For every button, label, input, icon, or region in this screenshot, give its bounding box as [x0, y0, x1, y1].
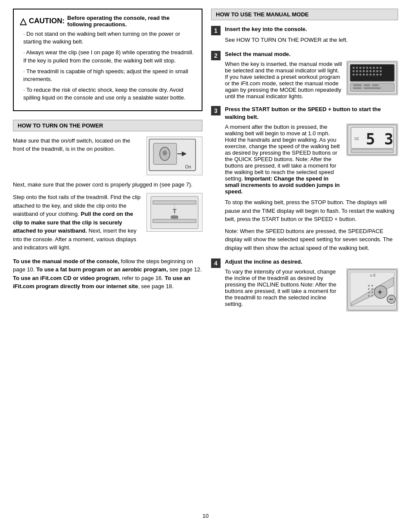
svg-text:u  E: u E [370, 273, 376, 277]
step-2-with-image: When the key is inserted, the manual mod… [225, 61, 398, 100]
step-3-title: Press the START button or the SPEED + bu… [225, 106, 398, 121]
console-illustration [346, 61, 398, 95]
svg-text:+: + [378, 288, 382, 296]
svg-point-29 [373, 70, 375, 72]
svg-text:5 3: 5 3 [366, 130, 393, 148]
step-3-number: 3 [211, 106, 221, 115]
step-2-number: 2 [211, 51, 221, 60]
svg-point-60 [368, 285, 370, 287]
svg-rect-44 [372, 84, 379, 86]
svg-point-21 [376, 67, 378, 69]
svg-rect-45 [353, 87, 362, 89]
svg-text:T: T [173, 208, 177, 215]
svg-rect-7 [153, 201, 196, 204]
caution-title-main: CAUTION: [29, 17, 65, 25]
svg-point-14 [352, 67, 355, 69]
mode-internet-text: , see page 18. [138, 283, 173, 289]
svg-point-30 [376, 70, 378, 72]
svg-point-22 [380, 67, 382, 69]
svg-point-27 [366, 70, 368, 72]
svg-point-37 [370, 74, 372, 76]
step-4-title: Adjust the incline as desired. [225, 258, 398, 266]
display-svg: cc 5 3 [347, 124, 398, 156]
svg-rect-46 [364, 87, 380, 89]
caution-subtitle: Before operating the console, read the f… [67, 15, 196, 28]
step-2-content: Select the manual mode. When the key is … [225, 50, 398, 100]
caution-item-1: Do not stand on the walking belt when tu… [20, 30, 196, 46]
step-3-body-start: A moment after the button is pressed, th… [225, 124, 340, 182]
caution-box: △ CAUTION: Before operating the console,… [13, 9, 202, 111]
power-switch-text: Make sure that the on/off switch, locate… [13, 137, 141, 153]
mode-ifit-text: , refer to page 16. [119, 275, 165, 281]
clip-illustration: T [146, 193, 202, 232]
incline-illustration: + − u E [346, 268, 398, 311]
svg-point-61 [368, 289, 370, 290]
svg-point-15 [356, 67, 358, 69]
svg-point-38 [373, 74, 375, 76]
step-1-block: 1 Insert the key into the console. See H… [211, 25, 398, 44]
step-4-text: To vary the intensity of your workout, c… [225, 268, 342, 307]
svg-point-66 [371, 292, 373, 293]
svg-point-19 [370, 67, 372, 69]
svg-point-3 [163, 150, 167, 156]
switch-illustration: On [146, 137, 202, 175]
incline-svg: + − u E [347, 268, 398, 311]
mode-fatburn-text: see page 12. [168, 266, 202, 273]
power-switch-row: Make sure that the on/off switch, locate… [13, 137, 202, 175]
svg-rect-8 [153, 219, 196, 223]
svg-point-24 [356, 70, 358, 72]
right-column: HOW TO USE THE MANUAL MODE 1 Insert the … [211, 9, 398, 504]
svg-point-65 [371, 289, 373, 290]
svg-point-39 [376, 74, 378, 76]
step-4-with-image: To vary the intensity of your workout, c… [225, 268, 398, 311]
mode-manual-bold: To use the manual mode of the console, [13, 258, 119, 264]
step-4-content: Adjust the incline as desired. To vary t… [225, 258, 398, 311]
step-3-stop: To stop the walking belt, press the STOP… [225, 198, 398, 224]
svg-point-34 [359, 74, 361, 76]
power-clip-row: Step onto the foot rails of the treadmil… [13, 193, 202, 252]
step-1-body: See HOW TO TURN ON THE POWER at the left… [225, 36, 398, 44]
step-4-number: 4 [211, 258, 221, 268]
step-2-text: When the key is inserted, the manual mod… [225, 61, 342, 100]
console-svg [347, 61, 398, 95]
mode-fatburn-bold: To use a fat burn program or an aerobic … [36, 266, 168, 273]
power-section-header: HOW TO TURN ON THE POWER [13, 120, 202, 131]
power-modes-para: To use the manual mode of the console, f… [13, 257, 202, 291]
mode-ifit-bold: To use an iFit.com CD or video program [13, 275, 119, 281]
svg-rect-11 [171, 216, 178, 218]
caution-item-2: Always wear the clip (see I on page 8) w… [20, 49, 196, 64]
step-3-note: Note: When the SPEED buttons are pressed… [225, 227, 398, 252]
svg-text:−: − [389, 296, 393, 303]
caution-title: △ CAUTION: Before operating the console,… [20, 15, 196, 28]
display-illustration: cc 5 3 [346, 124, 398, 156]
step-2-block: 2 Select the manual mode. When the key i… [211, 50, 398, 100]
svg-point-23 [352, 70, 355, 72]
step-3-with-image: A moment after the button is pressed, th… [225, 124, 398, 195]
manual-section-header: HOW TO USE THE MANUAL MODE [211, 9, 398, 20]
step-2-title: Select the manual mode. [225, 50, 398, 58]
svg-point-31 [380, 70, 382, 72]
power-clip-text: Step onto the foot rails of the treadmil… [13, 193, 141, 252]
step-3-text: A moment after the button is pressed, th… [225, 124, 342, 195]
svg-text:cc: cc [355, 136, 359, 141]
caution-item-4: To reduce the risk of electric shock, ke… [20, 86, 196, 102]
clip-svg: T [149, 194, 200, 231]
svg-point-63 [368, 295, 370, 297]
caution-triangle-icon: △ [20, 16, 26, 26]
step-1-number: 1 [211, 26, 221, 35]
caution-item-3: The treadmill is capable of high speeds;… [20, 68, 196, 83]
svg-point-28 [370, 70, 372, 72]
step-4-block: 4 Adjust the incline as desired. To vary… [211, 258, 398, 311]
step-1-content: Insert the key into the console. See HOW… [225, 25, 398, 44]
svg-point-33 [356, 74, 358, 76]
svg-rect-42 [353, 84, 362, 86]
step-3-content: Press the START button or the SPEED + bu… [225, 106, 398, 252]
step-1-title: Insert the key into the console. [225, 25, 398, 33]
page-number: 10 [13, 513, 398, 519]
svg-point-25 [359, 70, 361, 72]
svg-point-40 [380, 74, 382, 76]
svg-point-62 [368, 292, 370, 293]
svg-point-64 [371, 285, 373, 287]
svg-point-36 [366, 74, 368, 76]
svg-text:On: On [185, 164, 191, 169]
